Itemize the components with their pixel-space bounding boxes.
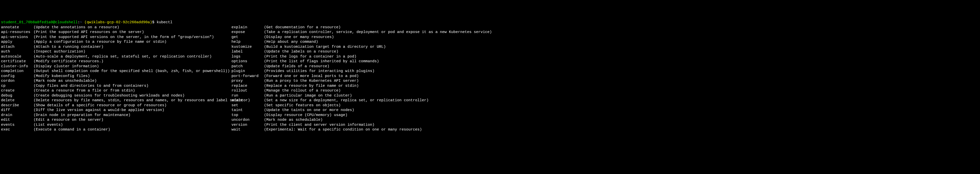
completion-item[interactable]: uncordon (Mark node as schedulable) xyxy=(231,117,462,122)
completion-command-name: cp xyxy=(1,84,33,89)
completion-command-desc: (Attach to a running container) xyxy=(33,44,231,49)
completion-item[interactable]: expose (Take a replication controller, s… xyxy=(231,30,462,35)
completion-command-name: rollout xyxy=(231,88,264,93)
completion-command-name: config xyxy=(1,74,33,79)
completion-item[interactable]: wait (Experimental: Wait for a specific … xyxy=(231,127,462,132)
completion-command-desc: (Provides utilities for interacting with… xyxy=(264,69,462,74)
completion-command-name: kustomize xyxy=(231,44,264,49)
completion-command-desc: (Update the taints on one or more nodes) xyxy=(264,108,462,113)
completion-item[interactable]: cluster-info (Display cluster informatio… xyxy=(1,64,231,69)
completion-command-name: get xyxy=(231,35,264,40)
completion-item[interactable]: cordon (Mark node as unschedulable) xyxy=(1,79,231,84)
completion-item[interactable]: exec (Execute a command in a container) xyxy=(1,127,231,132)
completion-item[interactable]: auth (Inspect authorization) xyxy=(1,49,231,54)
completion-command-name: attach xyxy=(1,44,33,49)
completion-command-name: edit xyxy=(1,117,33,122)
completion-command-desc: (Delete resources by file names, stdin, … xyxy=(33,98,250,103)
completion-command-desc: (Forward one or more local ports to a po… xyxy=(264,74,462,79)
completion-item[interactable]: delete (Delete resources by file names, … xyxy=(1,98,231,103)
completion-item[interactable]: describe (Show details of a specific res… xyxy=(1,103,231,108)
completion-item[interactable]: edit (Edit a resource on the server) xyxy=(1,117,231,122)
completion-command-name: expose xyxy=(231,30,264,35)
completion-item[interactable]: label (Update the labels on a resource) xyxy=(231,49,462,54)
completion-command-desc: (Create debugging sessions for troublesh… xyxy=(33,93,231,98)
completion-item[interactable]: attach (Attach to a running container) xyxy=(1,44,231,49)
completion-command-desc: (Update fields of a resource) xyxy=(264,64,462,69)
completion-command-name: explain xyxy=(231,25,264,30)
completion-command-name: patch xyxy=(231,64,264,69)
completion-command-name: certificate xyxy=(1,59,33,64)
completion-command-name: options xyxy=(231,59,264,64)
completion-command-desc: (Print the list of flags inherited by al… xyxy=(264,59,462,64)
completion-item[interactable]: set (Set specific features on objects) xyxy=(231,103,462,108)
completion-command-desc: (Execute a command in a container) xyxy=(33,127,231,132)
completion-item[interactable]: certificate (Modify certificate resource… xyxy=(1,59,231,64)
completion-command-name: auth xyxy=(1,49,33,54)
completion-item[interactable]: plugin (Provides utilities for interacti… xyxy=(231,69,462,74)
completion-command-name: delete xyxy=(1,98,33,103)
completion-item[interactable]: top (Display resource (CPU/memory) usage… xyxy=(231,113,462,118)
completion-command-desc: (Copy files and directories to and from … xyxy=(33,84,231,89)
completion-item[interactable]: drain (Drain node in preparation for mai… xyxy=(1,113,231,118)
completion-command-name: proxy xyxy=(231,79,264,84)
completion-item[interactable]: create (Create a resource from a file or… xyxy=(1,88,231,93)
shell-prompt[interactable]: student_01_70b8a8fed1a0@cloudshell:~ (qw… xyxy=(1,20,172,24)
completion-item[interactable]: rollout (Manage the rollout of a resourc… xyxy=(231,88,462,93)
completion-command-desc: (Update the annotations on a resource) xyxy=(33,25,231,30)
completion-command-desc: (Mark node as schedulable) xyxy=(264,117,462,122)
completion-command-name: port-forward xyxy=(231,74,264,79)
completion-command-desc: (Set specific features on objects) xyxy=(264,103,462,108)
completion-item[interactable]: kustomize (Build a kustomization target … xyxy=(231,44,462,49)
completion-item[interactable]: proxy (Run a proxy to the Kubernetes API… xyxy=(231,79,462,84)
completion-item[interactable]: help (Help about any command) xyxy=(231,40,462,44)
completion-command-name: cordon xyxy=(1,79,33,84)
completion-item[interactable]: replace (Replace a resource by file name… xyxy=(231,84,462,89)
completion-command-name: scale xyxy=(231,98,264,103)
completion-item[interactable]: options (Print the list of flags inherit… xyxy=(231,59,462,64)
completion-item[interactable]: logs (Print the logs for a container in … xyxy=(231,54,462,59)
completion-item[interactable]: patch (Update fields of a resource) xyxy=(231,64,462,69)
completion-item[interactable]: run (Run a particular image on the clust… xyxy=(231,93,462,98)
completion-command-desc: (Diff the live version against a would-b… xyxy=(33,108,231,113)
completion-item[interactable]: api-versions (Print the supported API ve… xyxy=(1,35,231,40)
completion-item[interactable]: annotate (Update the annotations on a re… xyxy=(1,25,231,30)
completion-command-name: completion xyxy=(1,69,33,74)
completion-command-desc: (Modify kubeconfig files) xyxy=(33,74,231,79)
completion-command-desc: (Get documentation for a resource) xyxy=(264,25,462,30)
completion-item[interactable]: events (List events) xyxy=(1,122,231,128)
completion-item[interactable]: get (Display one or many resources) xyxy=(231,35,462,40)
completion-command-name: version xyxy=(231,122,264,128)
completion-command-desc: (Build a kustomization target from a dir… xyxy=(264,44,462,49)
completion-command-name: api-resources xyxy=(1,30,33,35)
completion-item[interactable]: autoscale (Auto-scale a deployment, repl… xyxy=(1,54,231,59)
completion-item[interactable]: port-forward (Forward one or more local … xyxy=(231,74,462,79)
completion-command-desc: (Print the supported API resources on th… xyxy=(33,30,231,35)
completion-command-name: diff xyxy=(1,108,33,113)
completion-command-desc: (Set a new size for a deployment, replic… xyxy=(264,98,462,103)
completion-item[interactable]: completion (Output shell completion code… xyxy=(1,69,231,74)
completion-item[interactable]: version (Print the client and server ver… xyxy=(231,122,462,128)
completion-command-desc: (Help about any command) xyxy=(264,40,462,44)
completion-command-desc: (Print the logs for a container in a pod… xyxy=(264,54,462,59)
completion-item[interactable]: debug (Create debugging sessions for tro… xyxy=(1,93,231,98)
completion-command-desc: (Replace a resource by file name or stdi… xyxy=(264,84,462,89)
completion-command-desc: (Modify certificate resources.) xyxy=(33,59,231,64)
completion-item[interactable]: cp (Copy files and directories to and fr… xyxy=(1,84,231,89)
completion-item[interactable]: diff (Diff the live version against a wo… xyxy=(1,108,231,113)
completion-command-desc: (Print the supported API versions on the… xyxy=(33,35,231,40)
completion-item[interactable]: taint (Update the taints on one or more … xyxy=(231,108,462,113)
completion-command-name: help xyxy=(231,40,264,44)
completion-item[interactable]: apply (Apply a configuration to a resour… xyxy=(1,40,231,44)
completion-command-name: wait xyxy=(231,127,264,132)
completion-command-desc: (Display resource (CPU/memory) usage) xyxy=(264,113,462,118)
completion-item[interactable]: api-resources (Print the supported API r… xyxy=(1,30,231,35)
completion-item[interactable]: explain (Get documentation for a resourc… xyxy=(231,25,462,30)
completion-command-name: annotate xyxy=(1,25,33,30)
completion-command-name: cluster-info xyxy=(1,64,33,69)
completion-command-name: events xyxy=(1,122,33,128)
completion-command-name: drain xyxy=(1,113,33,118)
completion-command-name: logs xyxy=(231,54,264,59)
completion-item[interactable]: scale (Set a new size for a deployment, … xyxy=(231,98,462,103)
completion-command-name: uncordon xyxy=(231,117,264,122)
completion-item[interactable]: config (Modify kubeconfig files) xyxy=(1,74,231,79)
